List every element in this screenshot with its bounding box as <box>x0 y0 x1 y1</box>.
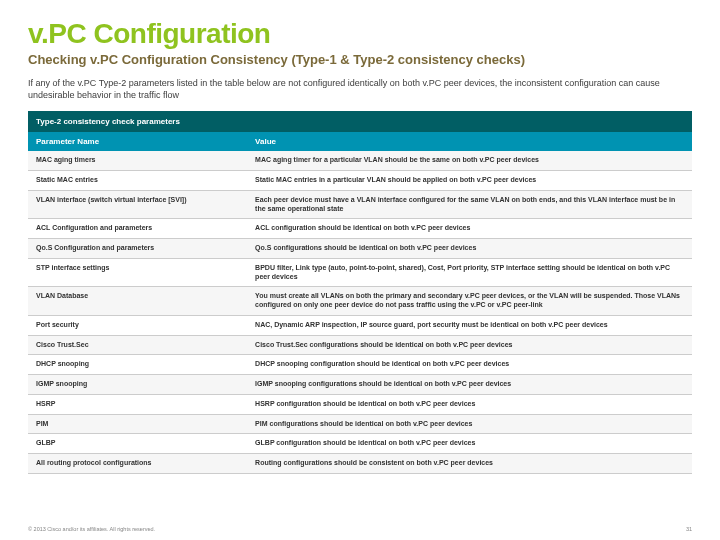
table-row: GLBPGLBP configuration should be identic… <box>28 434 692 454</box>
footer-page-number: 31 <box>686 526 692 532</box>
page-subtitle: Checking v.PC Configuration Consistency … <box>28 52 692 67</box>
table-row: IGMP snoopingIGMP snooping configuration… <box>28 375 692 395</box>
column-header-name: Parameter Name <box>28 132 247 151</box>
param-name: DHCP snooping <box>28 355 247 375</box>
table-row: DHCP snoopingDHCP snooping configuration… <box>28 355 692 375</box>
slide: v.PC Configuration Checking v.PC Configu… <box>0 0 720 540</box>
param-name: VLAN interface (switch virtual interface… <box>28 190 247 219</box>
param-value: MAC aging timer for a particular VLAN sh… <box>247 151 692 170</box>
param-name: Static MAC entries <box>28 171 247 191</box>
param-value: Routing configurations should be consist… <box>247 454 692 474</box>
param-name: STP interface settings <box>28 258 247 287</box>
table-section-header: Type-2 consistency check parameters <box>28 111 692 132</box>
param-value: HSRP configuration should be identical o… <box>247 394 692 414</box>
footer: © 2013 Cisco and/or its affiliates. All … <box>28 526 692 532</box>
table-row: VLAN DatabaseYou must create all VLANs o… <box>28 287 692 316</box>
intro-text: If any of the v.PC Type-2 parameters lis… <box>28 77 688 101</box>
table-row: Static MAC entriesStatic MAC entries in … <box>28 171 692 191</box>
page-title: v.PC Configuration <box>28 18 692 50</box>
table-section-header-row: Type-2 consistency check parameters <box>28 111 692 132</box>
param-value: Each peer device must have a VLAN interf… <box>247 190 692 219</box>
parameters-table: Type-2 consistency check parameters Para… <box>28 111 692 474</box>
parameters-table-wrap: Type-2 consistency check parameters Para… <box>28 111 692 474</box>
table-row: Port securityNAC, Dynamic ARP inspection… <box>28 315 692 335</box>
param-value: You must create all VLANs on both the pr… <box>247 287 692 316</box>
table-row: All routing protocol configurationsRouti… <box>28 454 692 474</box>
param-value: Static MAC entries in a particular VLAN … <box>247 171 692 191</box>
table-row: STP interface settingsBPDU filter, Link … <box>28 258 692 287</box>
table-row: VLAN interface (switch virtual interface… <box>28 190 692 219</box>
param-value: Qo.S configurations should be identical … <box>247 239 692 259</box>
table-row: PIMPIM configurations should be identica… <box>28 414 692 434</box>
column-header-value: Value <box>247 132 692 151</box>
param-value: PIM configurations should be identical o… <box>247 414 692 434</box>
table-column-header-row: Parameter Name Value <box>28 132 692 151</box>
table-row: ACL Configuration and parametersACL conf… <box>28 219 692 239</box>
param-name: Port security <box>28 315 247 335</box>
param-value: Cisco Trust.Sec configurations should be… <box>247 335 692 355</box>
param-name: PIM <box>28 414 247 434</box>
table-row: MAC aging timersMAC aging timer for a pa… <box>28 151 692 170</box>
param-name: VLAN Database <box>28 287 247 316</box>
param-value: GLBP configuration should be identical o… <box>247 434 692 454</box>
table-row: HSRPHSRP configuration should be identic… <box>28 394 692 414</box>
param-value: NAC, Dynamic ARP inspection, IP source g… <box>247 315 692 335</box>
param-name: MAC aging timers <box>28 151 247 170</box>
param-name: Cisco Trust.Sec <box>28 335 247 355</box>
param-name: GLBP <box>28 434 247 454</box>
table-row: Qo.S Configuration and parametersQo.S co… <box>28 239 692 259</box>
param-name: HSRP <box>28 394 247 414</box>
table-row: Cisco Trust.SecCisco Trust.Sec configura… <box>28 335 692 355</box>
footer-copyright: © 2013 Cisco and/or its affiliates. All … <box>28 526 155 532</box>
param-name: Qo.S Configuration and parameters <box>28 239 247 259</box>
param-value: BPDU filter, Link type (auto, point-to-p… <box>247 258 692 287</box>
param-name: All routing protocol configurations <box>28 454 247 474</box>
param-value: IGMP snooping configurations should be i… <box>247 375 692 395</box>
param-value: ACL configuration should be identical on… <box>247 219 692 239</box>
param-name: ACL Configuration and parameters <box>28 219 247 239</box>
param-value: DHCP snooping configuration should be id… <box>247 355 692 375</box>
param-name: IGMP snooping <box>28 375 247 395</box>
